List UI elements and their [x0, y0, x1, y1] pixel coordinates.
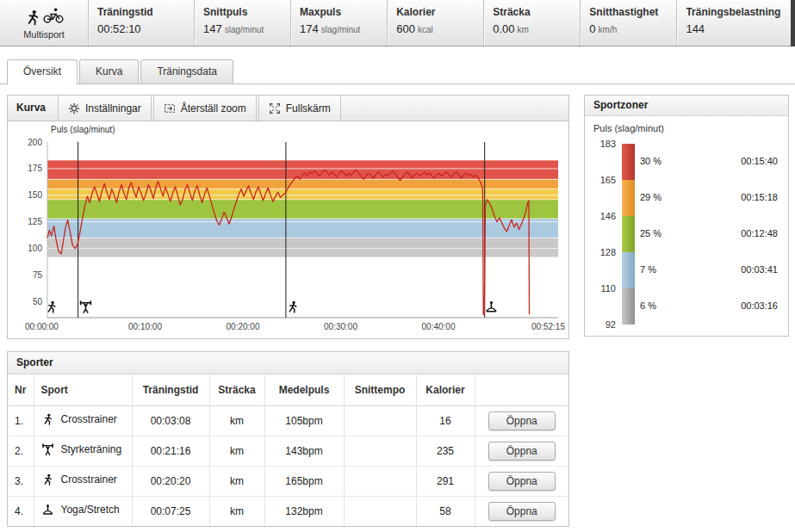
- sport-name-cell: Crosstrainer: [41, 473, 117, 486]
- runner-icon: [41, 473, 54, 486]
- zone-percent: 25 %: [640, 228, 661, 238]
- sportzones-panel: Sportzoner Puls (slag/minut) 30 %00:15:4…: [584, 95, 789, 337]
- sport-calories: 16: [416, 405, 475, 436]
- sport-row: 1.Crosstrainer00:03:08km105bpm16Öppna: [8, 405, 568, 436]
- svg-text:175: 175: [28, 164, 42, 173]
- metric-value: 174slag/minut: [300, 22, 378, 35]
- metric-label: Snitthastighet: [589, 6, 668, 18]
- metric-snittpuls: Snittpuls147slag/minut: [194, 0, 290, 46]
- sport-time: 00:20:20: [132, 466, 209, 496]
- open-sport-button[interactable]: Öppna: [488, 502, 556, 521]
- svg-text:125: 125: [28, 217, 42, 226]
- sport-row: 4.Yoga/Stretch00:07:25km132bpm58Öppna: [8, 496, 568, 526]
- multisport-icon: [24, 6, 65, 27]
- metric-kalorier: Kalorier600kcal: [387, 0, 483, 46]
- runner-icon: [41, 413, 54, 426]
- sport-time: 00:07:25: [132, 496, 209, 526]
- zone-color-strip: [622, 144, 635, 180]
- sport-distance: km: [209, 496, 264, 526]
- zone-bound-label: 183: [593, 139, 616, 149]
- sport-name-cell: Crosstrainer: [41, 413, 117, 426]
- summary-metrics: Träningstid00:52:10Snittpuls147slag/minu…: [88, 0, 795, 46]
- zone-time: 00:12:48: [741, 228, 778, 238]
- zone-bound-label: 128: [593, 247, 616, 257]
- sportzones-scale: 30 %00:15:4018329 %00:15:1816525 %00:12:…: [593, 139, 779, 331]
- svg-text:150: 150: [28, 190, 42, 200]
- metric-value: 144: [686, 22, 786, 35]
- svg-text:50: 50: [33, 297, 43, 306]
- sport-time: 00:03:08: [132, 405, 209, 436]
- sport-row: 2.Styrketräning00:21:16km143bpm235Öppna: [8, 436, 568, 466]
- column-sport: Sport: [34, 374, 132, 405]
- tab-kurva[interactable]: Kurva: [79, 59, 139, 84]
- activity-cell: Multisport: [0, 0, 88, 46]
- sports-panel: Sporter NrSportTräningstidSträckaMedelpu…: [7, 351, 569, 527]
- curve-panel-title: Kurva: [8, 96, 58, 121]
- metric-label: Snittpuls: [203, 6, 282, 18]
- sport-name-cell: Styrketräning: [41, 443, 122, 456]
- sport-calories: 58: [416, 496, 475, 526]
- tab-oversikt[interactable]: Översikt: [7, 59, 78, 84]
- curve-toolbar: Kurva InställningarÅterställ zoomFullskä…: [8, 96, 568, 121]
- row-number: 3.: [8, 466, 34, 496]
- sportzones-title: Sportzoner: [585, 96, 788, 116]
- installningar-button[interactable]: Inställningar: [58, 96, 152, 121]
- metric-label: Träningsbelastning: [686, 6, 786, 18]
- tab-bar: ÖversiktKurvaTräningsdata: [7, 59, 233, 84]
- svg-text:00:30:00: 00:30:00: [324, 322, 357, 331]
- row-number: 4.: [8, 496, 34, 526]
- svg-text:00:00:00: 00:00:00: [25, 322, 59, 331]
- metric-label: Kalorier: [396, 6, 475, 18]
- sports-table: NrSportTräningstidSträckaMedelpulsSnitte…: [8, 374, 568, 526]
- sport-distance: km: [209, 466, 264, 496]
- metric-value: 0km/h: [589, 22, 668, 35]
- zone-time: 00:15:18: [741, 192, 778, 202]
- runner-icon: [48, 301, 55, 312]
- zone-color-strip: [622, 216, 635, 252]
- gear-icon: [68, 102, 80, 114]
- tab-traningsdata[interactable]: Träningsdata: [140, 59, 233, 84]
- column-snittempo: Snittempo: [344, 374, 416, 405]
- sport-avg-hr: 105bpm: [264, 405, 344, 436]
- sport-pace: [344, 496, 416, 526]
- svg-text:00:10:00: 00:10:00: [128, 322, 162, 331]
- metric-label: Maxpuls: [300, 6, 378, 18]
- column-actions: [475, 374, 568, 405]
- column-medelpuls: Medelpuls: [264, 374, 344, 405]
- sport-name: Crosstrainer: [61, 413, 117, 425]
- hr-chart[interactable]: 200175150125100755000:00:0000:10:0000:20…: [8, 121, 568, 338]
- sport-pace: [344, 405, 416, 436]
- sport-avg-hr: 143bpm: [264, 436, 344, 466]
- cyclist-icon: [42, 4, 65, 27]
- svg-text:00:40:00: 00:40:00: [422, 322, 456, 331]
- zone-time: 00:03:41: [741, 264, 778, 275]
- summary-bar: Multisport Träningstid00:52:10Snittpuls1…: [0, 0, 795, 46]
- fullskarm-button[interactable]: Fullskärm: [258, 96, 341, 121]
- zone-percent: 30 %: [640, 156, 661, 166]
- zone-percent: 6 %: [640, 300, 656, 311]
- sport-name: Crosstrainer: [61, 473, 117, 486]
- zone-bound-label: 92: [593, 319, 616, 330]
- sport-avg-hr: 165bpm: [264, 466, 344, 496]
- zone-bound-label: 165: [593, 175, 616, 185]
- open-sport-button[interactable]: Öppna: [488, 472, 556, 491]
- svg-text:200: 200: [28, 138, 42, 147]
- runner-icon: [289, 301, 296, 312]
- sport-time: 00:21:16: [132, 436, 209, 466]
- zone-color-strip: [622, 252, 635, 288]
- row-number: 2.: [8, 436, 34, 466]
- sport-row: 3.Crosstrainer00:20:20km165bpm291Öppna: [8, 466, 568, 496]
- sport-name-cell: Yoga/Stretch: [41, 504, 120, 517]
- column-kalorier: Kalorier: [416, 374, 475, 405]
- metric-maxpuls: Maxpuls174slag/minut: [290, 0, 387, 46]
- weights-icon: [41, 443, 54, 456]
- open-sport-button[interactable]: Öppna: [488, 442, 556, 461]
- metric-value: 600kcal: [396, 22, 475, 35]
- aterstall-zoom-button[interactable]: Återställ zoom: [153, 96, 257, 121]
- sport-calories: 235: [416, 436, 475, 466]
- sport-name: Yoga/Stretch: [61, 504, 120, 516]
- zone-time: 00:15:40: [741, 156, 778, 166]
- metric-value: 00:52:10: [97, 22, 185, 35]
- open-sport-button[interactable]: Öppna: [488, 411, 556, 430]
- sport-distance: km: [209, 405, 264, 436]
